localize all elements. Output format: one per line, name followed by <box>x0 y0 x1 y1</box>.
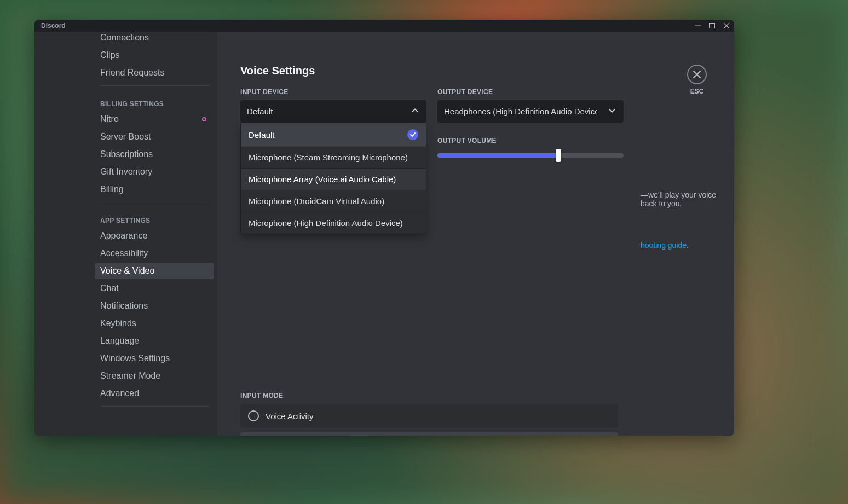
input-device-dropdown: Default Microphone (Steam Streaming Micr… <box>240 123 426 234</box>
sidebar-item-streamer-mode[interactable]: Streamer Mode <box>95 368 214 384</box>
sidebar-item-label: Subscriptions <box>100 149 153 159</box>
option-label: Default <box>249 130 275 140</box>
sidebar-item-label: Windows Settings <box>100 354 170 363</box>
sidebar-item-chat[interactable]: Chat <box>95 280 214 297</box>
sidebar-item-label: Notifications <box>100 301 148 311</box>
sidebar-item-windows-settings[interactable]: Windows Settings <box>95 350 214 367</box>
dropdown-option-default[interactable]: Default <box>241 123 426 147</box>
sidebar-item-label: Server Boost <box>100 132 151 142</box>
sidebar-item-label: Nitro <box>100 114 119 124</box>
sidebar-item-advanced[interactable]: Advanced <box>95 385 214 402</box>
dropdown-option-voiceai[interactable]: Microphone Array (Voice.ai Audio Cable) <box>241 169 426 190</box>
sidebar-item-label: Gift Inventory <box>100 167 152 177</box>
input-level-meter <box>641 217 715 227</box>
sidebar-item-appearance[interactable]: Appearance <box>95 228 214 244</box>
sidebar-header-app: APP SETTINGS <box>95 207 214 228</box>
radio-icon <box>248 410 259 421</box>
sidebar-item-billing[interactable]: Billing <box>95 181 214 198</box>
troubleshoot-link[interactable]: hooting guide <box>641 241 687 250</box>
sidebar-item-label: Keybinds <box>100 318 136 328</box>
mic-test-hint-partial: —we'll play your voice back to you. <box>641 190 734 208</box>
troubleshoot-hint: hooting guide. <box>641 241 689 250</box>
dropdown-option-droidcam[interactable]: Microphone (DroidCam Virtual Audio) <box>241 190 426 212</box>
check-icon <box>407 129 418 140</box>
output-device-select[interactable]: Headphones (High Definition Audio Device… <box>437 100 624 123</box>
sidebar-item-label: Language <box>100 336 139 346</box>
sidebar-item-server-boost[interactable]: Server Boost <box>95 129 214 145</box>
dropdown-option-steam-mic[interactable]: Microphone (Steam Streaming Microphone) <box>241 147 426 169</box>
sidebar-item-label: Friend Requests <box>100 68 164 78</box>
chevron-up-icon <box>410 106 420 117</box>
dropdown-option-hd-audio[interactable]: Microphone (High Definition Audio Device… <box>241 212 426 234</box>
settings-main: ESC Voice Settings INPUT DEVICE Default <box>217 32 734 436</box>
sidebar-item-label: Appearance <box>100 231 147 241</box>
minimize-icon[interactable] <box>695 22 701 29</box>
sidebar-item-label: Streamer Mode <box>100 371 160 381</box>
sidebar-item-voice-video[interactable]: Voice & Video <box>95 263 214 279</box>
input-mode-voice-activity[interactable]: Voice Activity <box>240 404 618 428</box>
select-value: Default <box>247 107 273 116</box>
close-icon[interactable] <box>723 22 730 29</box>
nitro-badge-icon <box>200 115 209 124</box>
select-value: Headphones (High Definition Audio Device… <box>444 107 597 116</box>
sidebar-item-label: Accessibility <box>100 248 148 258</box>
input-device-label: INPUT DEVICE <box>240 88 426 96</box>
sidebar-item-label: Billing <box>100 184 124 194</box>
esc-label: ESC <box>690 88 704 95</box>
sidebar-item-label: Voice & Video <box>100 266 154 276</box>
sidebar-item-label: Connections <box>100 33 149 43</box>
output-volume-slider[interactable] <box>437 149 624 162</box>
output-device-label: OUTPUT DEVICE <box>437 88 624 96</box>
discord-window: Discord Connections Clips Friend Request… <box>34 20 734 436</box>
text: . <box>687 241 689 250</box>
option-label: Microphone (DroidCam Virtual Audio) <box>249 196 384 206</box>
divider <box>100 406 209 407</box>
sidebar-item-keybinds[interactable]: Keybinds <box>95 315 214 332</box>
chevron-down-icon <box>607 106 617 117</box>
sidebar-header-billing: BILLING SETTINGS <box>95 90 214 111</box>
input-device-select[interactable]: Default Default <box>240 100 426 123</box>
sidebar-item-label: Clips <box>100 50 120 60</box>
sidebar-item-clips[interactable]: Clips <box>95 47 214 63</box>
divider <box>100 202 209 202</box>
option-label: Microphone (Steam Streaming Microphone) <box>249 153 408 162</box>
slider-thumb[interactable] <box>556 149 561 162</box>
sidebar-item-accessibility[interactable]: Accessibility <box>95 245 214 262</box>
sidebar-item-notifications[interactable]: Notifications <box>95 298 214 314</box>
settings-sidebar: Connections Clips Friend Requests BILLIN… <box>34 32 217 436</box>
titlebar: Discord <box>34 20 734 32</box>
output-volume-label: OUTPUT VOLUME <box>437 137 624 144</box>
option-label: Microphone (High Definition Audio Device… <box>249 218 403 228</box>
svg-rect-1 <box>710 24 715 28</box>
input-mode-push-to-talk[interactable]: Push to Talk <box>240 432 618 436</box>
sidebar-item-subscriptions[interactable]: Subscriptions <box>95 146 214 163</box>
sidebar-item-nitro[interactable]: Nitro <box>95 111 214 128</box>
sidebar-item-connections[interactable]: Connections <box>95 32 214 46</box>
svg-point-3 <box>203 118 205 120</box>
divider <box>100 85 209 86</box>
page-title: Voice Settings <box>240 65 712 77</box>
app-title: Discord <box>41 22 66 30</box>
sidebar-item-friend-requests[interactable]: Friend Requests <box>95 65 214 81</box>
sidebar-item-language[interactable]: Language <box>95 333 214 349</box>
sidebar-item-label: Chat <box>100 283 119 293</box>
svg-rect-0 <box>695 26 701 26</box>
input-mode-label: INPUT MODE <box>240 392 618 399</box>
option-label: Microphone Array (Voice.ai Audio Cable) <box>249 175 396 184</box>
sidebar-item-gift-inventory[interactable]: Gift Inventory <box>95 164 214 180</box>
sidebar-item-label: Advanced <box>100 389 139 398</box>
close-settings-button[interactable] <box>687 65 707 84</box>
radio-label: Voice Activity <box>266 412 314 421</box>
maximize-icon[interactable] <box>709 22 716 29</box>
